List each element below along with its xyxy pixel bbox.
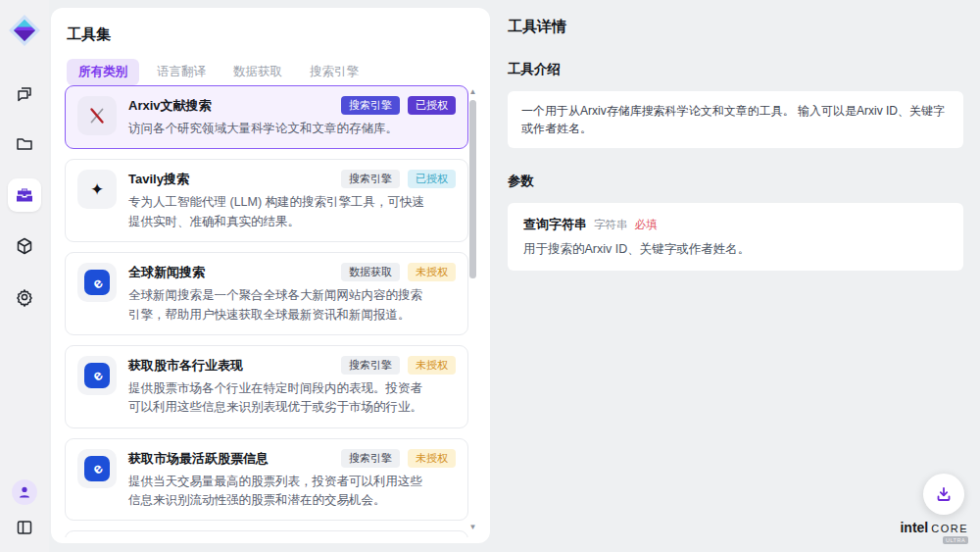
- tab-data-acquisition[interactable]: 数据获取: [223, 59, 292, 85]
- tool-name: 全球新闻搜索: [128, 263, 205, 281]
- tool-card-list: Arxiv文献搜索 搜索引擎 已授权 访问各个研究领域大量科学论文和文章的存储库…: [65, 85, 468, 537]
- nav-rail: [0, 0, 49, 552]
- arxiv-logo-icon: [77, 96, 117, 135]
- package-icon[interactable]: [8, 229, 41, 263]
- app-logo: [8, 14, 41, 47]
- tool-card-most-active-stocks[interactable]: e 获取市场最活跃股票信息 搜索引擎 未授权 提供当天交易量最高的股票列表，投资…: [65, 438, 468, 522]
- category-badge: 搜索引擎: [341, 449, 400, 468]
- auth-status-badge: 未授权: [408, 356, 456, 375]
- tab-all-categories[interactable]: 所有类别: [67, 59, 139, 85]
- tool-description: 专为人工智能代理 (LLM) 构建的搜索引擎工具，可快速提供实时、准确和真实的结…: [128, 193, 427, 231]
- tool-description: 访问各个研究领域大量科学论文和文章的存储库。: [128, 120, 427, 138]
- sparkle-star-icon: ✦: [77, 170, 117, 209]
- intro-text: 一个用于从Arxiv存储库搜索科学论文和文章的工具。 输入可以是Arxiv ID…: [521, 104, 945, 135]
- tool-card-global-news[interactable]: e 全球新闻搜索 数据获取 未授权 全球新闻搜索是一个聚合全球各大新闻网站内容的…: [65, 252, 468, 335]
- blue-e-news-icon: e: [77, 356, 117, 395]
- scroll-down-arrow-icon[interactable]: ▼: [468, 524, 477, 531]
- category-badge: 数据获取: [341, 263, 400, 281]
- intro-card: 一个用于从Arxiv存储库搜索科学论文和文章的工具。 输入可以是Arxiv ID…: [508, 91, 963, 148]
- blue-e-news-icon: e: [77, 449, 117, 488]
- param-description: 用于搜索的Arxiv ID、关键字或作者姓名。: [523, 241, 948, 258]
- tool-name: 获取市场最活跃股票信息: [128, 449, 269, 468]
- gear-icon[interactable]: [8, 280, 41, 314]
- page-title: 工具集: [51, 8, 490, 44]
- rail-nav: [8, 76, 41, 314]
- params-heading: 参数: [508, 173, 963, 190]
- folder-icon[interactable]: [8, 127, 41, 161]
- ultra-badge: ULTRA: [943, 536, 968, 544]
- intel-core-logo: intel CORE ULTRA: [890, 520, 968, 544]
- tools-list-panel: 工具集 所有类别 语言翻译 数据获取 搜索引擎 Arxiv文献搜索: [51, 8, 490, 543]
- blue-e-news-icon: e: [77, 263, 117, 302]
- tool-description: 全球新闻搜索是一个聚合全球各大新闻网站内容的搜索引擎，帮助用户快速获取全球最新资…: [128, 286, 427, 325]
- param-name: 查询字符串: [523, 216, 587, 233]
- tool-name: Tavily搜索: [128, 170, 189, 188]
- tab-language-translation[interactable]: 语言翻译: [147, 59, 216, 85]
- tool-card-arxiv[interactable]: Arxiv文献搜索 搜索引擎 已授权 访问各个研究领域大量科学论文和文章的存储库…: [65, 85, 468, 149]
- category-tabs: 所有类别 语言翻译 数据获取 搜索引擎: [67, 59, 474, 85]
- auth-status-badge: 已授权: [408, 96, 456, 115]
- param-card: 查询字符串 字符串 必填 用于搜索的Arxiv ID、关键字或作者姓名。: [508, 203, 963, 271]
- detail-title: 工具详情: [508, 18, 963, 36]
- scrollbar-thumb[interactable]: [469, 100, 476, 278]
- auth-status-badge: 已授权: [408, 170, 456, 188]
- param-type: 字符串: [594, 218, 628, 232]
- tool-card-sector-performance[interactable]: e 获取股市各行业表现 搜索引擎 未授权 提供股票市场各个行业在特定时间段内的表…: [65, 345, 468, 428]
- tab-search-engine[interactable]: 搜索引擎: [300, 59, 368, 85]
- tool-card-regional-news[interactable]: 万维地区新闻查询 搜索引擎 未授权 查询具体行政区划内的新闻，快速了解各地新闻动: [65, 530, 468, 537]
- download-button[interactable]: [923, 474, 964, 515]
- intro-heading: 工具介绍: [508, 61, 963, 78]
- chat-icon[interactable]: [8, 76, 41, 110]
- category-badge: 搜索引擎: [341, 96, 400, 115]
- tool-card-tavily[interactable]: ✦ Tavily搜索 搜索引擎 已授权 专为人工智能代理 (LLM) 构建的搜索…: [65, 159, 468, 242]
- auth-status-badge: 未授权: [408, 263, 456, 281]
- scroll-up-arrow-icon[interactable]: ▲: [468, 88, 477, 96]
- category-badge: 搜索引擎: [341, 356, 400, 375]
- category-badge: 搜索引擎: [341, 170, 400, 188]
- tool-name: 获取股市各行业表现: [128, 356, 243, 375]
- list-scrollbar[interactable]: ▲ ▼: [468, 88, 477, 531]
- panel-toggle-icon[interactable]: [12, 515, 37, 540]
- auth-status-badge: 未授权: [408, 449, 456, 468]
- rail-bottom: [12, 479, 37, 540]
- app-root: 工具集 所有类别 语言翻译 数据获取 搜索引擎 Arxiv文献搜索: [0, 0, 980, 552]
- core-wordmark: CORE: [931, 523, 968, 534]
- user-avatar-icon[interactable]: [12, 479, 37, 505]
- tool-description: 提供当天交易量最高的股票列表，投资者可以利用这些信息来识别流动性强的股票和潜在的…: [128, 473, 427, 511]
- param-required-flag: 必填: [635, 218, 658, 232]
- tool-description: 提供股票市场各个行业在特定时间段内的表现。投资者可以利用这些信息来识别表现优于或…: [128, 379, 427, 418]
- intel-wordmark: intel: [900, 520, 928, 535]
- tool-detail-panel: 工具详情 工具介绍 一个用于从Arxiv存储库搜索科学论文和文章的工具。 输入可…: [508, 8, 963, 271]
- briefcase-icon-active-tools[interactable]: [8, 178, 41, 212]
- tool-name: Arxiv文献搜索: [128, 96, 212, 115]
